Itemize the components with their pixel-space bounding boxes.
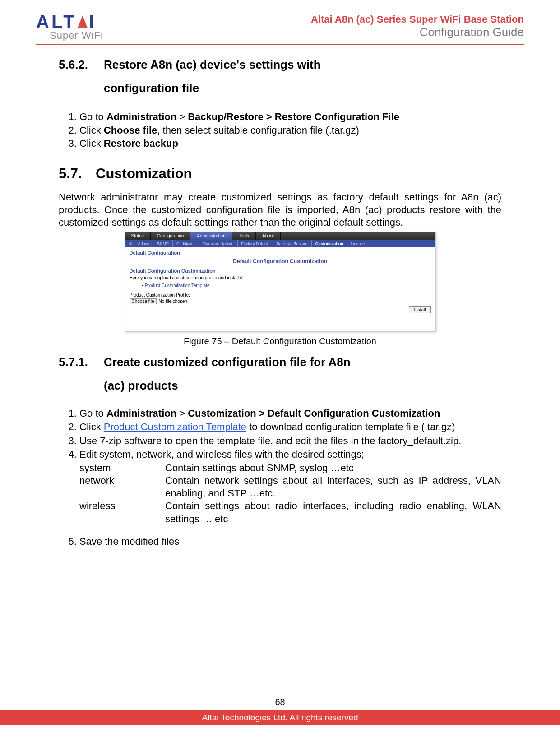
- file-row: network Contain network settings about a…: [79, 474, 501, 500]
- bold-text: Administration: [106, 111, 176, 122]
- logo-text-1: ALT: [36, 12, 77, 32]
- file-key: network: [79, 474, 165, 500]
- logo-text-2: I: [89, 12, 96, 32]
- tab-about[interactable]: About: [256, 232, 281, 240]
- tab-configuration[interactable]: Configuration: [151, 232, 190, 240]
- header-right: Altai A8n (ac) Series Super WiFi Base St…: [311, 14, 524, 39]
- figure-center-title: Default Configuration Customization: [130, 258, 431, 264]
- heading-number: 5.7.1.: [59, 350, 104, 374]
- bold-text: Customization > Default Configuration Cu…: [188, 408, 440, 419]
- subtab-certificate[interactable]: Certificate: [173, 240, 199, 247]
- no-file-text: No file chosen: [159, 299, 187, 304]
- file-val: Contain settings about SNMP, syslog …etc: [165, 462, 501, 474]
- figure-tabs-top: Status Configuration Administration Tool…: [125, 232, 435, 240]
- step-item: Use 7-zip software to open the template …: [79, 435, 501, 447]
- header-product: Altai A8n (ac) Series Super WiFi Base St…: [311, 14, 524, 25]
- text: >: [176, 408, 188, 419]
- heading-text-line2: configuration file: [104, 76, 501, 100]
- file-key: wireless: [79, 500, 165, 525]
- subtab-snmp[interactable]: SNMP: [153, 240, 173, 247]
- page-header: ALTI Super WiFi Altai A8n (ac) Series Su…: [36, 14, 524, 45]
- figure-description: Here you can upload a customization prof…: [130, 275, 431, 280]
- tab-tools[interactable]: Tools: [232, 232, 256, 240]
- choose-file-button[interactable]: Choose file: [130, 298, 157, 304]
- step-item: Save the modified files: [79, 535, 501, 548]
- text: , then select suitable configuration fil…: [157, 125, 359, 136]
- content: 5.6.2.Restore A8n (ac) device's settings…: [36, 53, 524, 548]
- text: to download configuration template file …: [246, 421, 455, 432]
- heading-text-line1: Restore A8n (ac) device's settings with: [104, 58, 321, 71]
- text: Edit system, network, and wireless files…: [79, 449, 364, 460]
- heading-text: Customization: [96, 166, 192, 181]
- subtab-license[interactable]: License: [347, 240, 369, 247]
- step-item: Go to Administration > Customization > D…: [79, 407, 501, 420]
- text: Click: [79, 125, 104, 136]
- tab-administration[interactable]: Administration: [190, 232, 232, 240]
- text: Click: [79, 421, 104, 432]
- subtab-user-admin[interactable]: User Admin: [125, 240, 154, 247]
- install-button[interactable]: Install: [409, 306, 430, 313]
- step-item: Edit system, network, and wireless files…: [79, 448, 501, 525]
- heading-5-7-1: 5.7.1.Create customized configuration fi…: [59, 350, 501, 397]
- heading-text-line2: (ac) products: [104, 374, 501, 397]
- page-number: 68: [0, 697, 560, 707]
- tab-status[interactable]: Status: [125, 232, 151, 240]
- steps-5-6-2: Go to Administration > Backup/Restore > …: [59, 111, 501, 150]
- text: Go to: [79, 111, 106, 122]
- logo: ALTI Super WiFi: [36, 14, 103, 42]
- subtab-backup-restore[interactable]: Backup / Restore: [273, 240, 312, 247]
- step-item: Click Choose file, then select suitable …: [79, 124, 501, 137]
- template-download-link[interactable]: Product Customization Template: [104, 421, 246, 432]
- figure-subheading: Default Configuration Customization: [130, 268, 431, 274]
- subtab-firmware-update[interactable]: Firmware Update: [199, 240, 238, 247]
- bold-text: Administration: [106, 408, 176, 419]
- figure-tabs-sub: User Admin SNMP Certificate Firmware Upd…: [125, 240, 435, 247]
- subtab-customization[interactable]: Customization: [312, 240, 347, 247]
- logo-triangle-icon: [78, 15, 88, 28]
- logo-subtitle: Super WiFi: [50, 30, 103, 42]
- subtab-factory-default[interactable]: Factory Default: [238, 240, 273, 247]
- bold-text: Choose file: [104, 125, 157, 136]
- step-item: Click Product Customization Template to …: [79, 421, 501, 433]
- file-val: Contain network settings about all inter…: [165, 474, 501, 500]
- text: Go to: [79, 408, 106, 419]
- header-subtitle: Configuration Guide: [311, 25, 524, 39]
- heading-number: 5.7.: [59, 166, 96, 182]
- heading-text-line1: Create customized configuration file for…: [104, 355, 351, 369]
- logo-main: ALTI: [36, 14, 103, 30]
- heading-5-6-2: 5.6.2.Restore A8n (ac) device's settings…: [59, 53, 501, 100]
- figure-template-link[interactable]: Product Customization Template: [142, 283, 431, 288]
- page-footer: 68 Altai Technologies Ltd. All rights re…: [0, 697, 560, 725]
- text: >: [176, 111, 188, 122]
- file-table: system Contain settings about SNMP, sysl…: [79, 462, 501, 525]
- footer-bar: Altai Technologies Ltd. All rights reser…: [0, 710, 560, 725]
- steps-5-7-1: Go to Administration > Customization > D…: [59, 407, 501, 548]
- file-key: system: [79, 462, 165, 474]
- bold-text: Backup/Restore > Restore Configuration F…: [188, 111, 399, 122]
- heading-5-7: 5.7.Customization: [59, 166, 501, 182]
- figure-screenshot: Status Configuration Administration Tool…: [125, 232, 436, 332]
- file-row: system Contain settings about SNMP, sysl…: [79, 462, 501, 474]
- bold-text: Restore backup: [104, 138, 178, 149]
- figure-body: Default Configuration Default Configurat…: [125, 247, 435, 331]
- figure-75: Status Configuration Administration Tool…: [125, 232, 436, 347]
- text: Click: [79, 138, 104, 149]
- step-item: Go to Administration > Backup/Restore > …: [79, 111, 501, 124]
- figure-caption: Figure 75 – Default Configuration Custom…: [125, 336, 436, 347]
- figure-profile-label: Product Customization Profile:: [130, 292, 431, 297]
- figure-top-link[interactable]: Default Configuration: [130, 250, 431, 255]
- heading-number: 5.6.2.: [59, 53, 104, 76]
- file-row: wireless Contain settings about radio in…: [79, 500, 501, 525]
- figure-file-row: Choose file No file chosen Install: [130, 298, 431, 304]
- step-item: Click Restore backup: [79, 137, 501, 150]
- file-val: Contain settings about radio interfaces,…: [165, 500, 501, 525]
- paragraph-5-7: Network administrator may create customi…: [59, 191, 501, 229]
